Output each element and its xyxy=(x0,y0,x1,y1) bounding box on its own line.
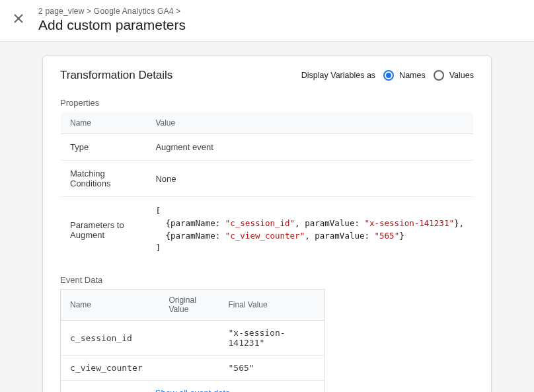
close-button[interactable] xyxy=(11,11,26,26)
eventdata-show-all-row: Show all event data xyxy=(61,381,325,393)
property-row-type: Type Augment event xyxy=(61,134,474,161)
eventdata-final: "x-session-141231" xyxy=(219,321,325,356)
eventdata-name: c_session_id xyxy=(61,321,160,356)
page-title: Add custom parameters xyxy=(38,17,186,33)
properties-col-name: Name xyxy=(61,112,147,134)
eventdata-orig xyxy=(160,356,219,381)
page-header: 2 page_view > Google Analytics GA4 > Add… xyxy=(0,0,534,42)
properties-table: Name Value Type Augment event Matching C… xyxy=(60,112,474,263)
property-row-match: Matching Conditions None xyxy=(61,161,474,197)
eventdata-col-orig: Original Value xyxy=(160,290,219,321)
property-value: Augment event xyxy=(146,134,473,161)
property-name: Matching Conditions xyxy=(61,161,147,197)
radio-values-label: Values xyxy=(449,71,474,80)
eventdata-name: c_view_counter xyxy=(61,356,160,381)
display-variables-label: Display Variables as xyxy=(301,71,375,80)
eventdata-col-name: Name xyxy=(61,290,160,321)
params-code: [ {paramName: "c_session_id", paramValue… xyxy=(155,205,464,255)
eventdata-table: Name Original Value Final Value c_sessio… xyxy=(60,289,325,392)
properties-section-label: Properties xyxy=(60,98,474,108)
show-all-event-data-link[interactable]: Show all event data xyxy=(155,388,230,392)
card-title: Transformation Details xyxy=(60,69,172,82)
radio-values[interactable] xyxy=(434,70,444,81)
properties-col-value: Value xyxy=(146,112,473,134)
eventdata-row: c_view_counter "565" xyxy=(61,356,325,381)
eventdata-final: "565" xyxy=(219,356,325,381)
property-value: None xyxy=(146,161,473,197)
display-variables-group: Display Variables as Names Values xyxy=(301,70,474,81)
radio-names-label: Names xyxy=(399,71,426,80)
details-card: Transformation Details Display Variables… xyxy=(42,55,492,392)
property-name: Type xyxy=(61,134,147,161)
property-value-code: [ {paramName: "c_session_id", paramValue… xyxy=(146,197,473,263)
breadcrumb: 2 page_view > Google Analytics GA4 > xyxy=(38,7,186,16)
stage: Transformation Details Display Variables… xyxy=(0,42,534,392)
property-row-params: Parameters to Augment [ {paramName: "c_s… xyxy=(61,197,474,263)
eventdata-orig xyxy=(160,321,219,356)
close-icon xyxy=(14,14,23,23)
property-name: Parameters to Augment xyxy=(61,197,147,263)
eventdata-section-label: Event Data xyxy=(60,275,474,285)
eventdata-col-final: Final Value xyxy=(219,290,325,321)
radio-names[interactable] xyxy=(383,70,394,81)
eventdata-row: c_session_id "x-session-141231" xyxy=(61,321,325,356)
